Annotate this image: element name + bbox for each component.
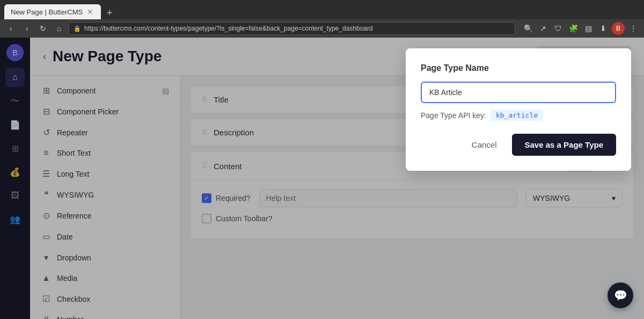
toolbar-icons: 🔍 ↗ 🛡 🧩 ▤ ⬇ B ⋮	[522, 22, 640, 35]
back-button[interactable]: ‹	[4, 22, 17, 35]
tab-close-button[interactable]: ✕	[87, 8, 93, 16]
browser-chrome: New Page | ButterCMS ✕ + ‹ › ↻ ⌂ 🔒 https…	[0, 0, 644, 38]
modal-panel: Page Type Name Page Type API key: kb_art…	[406, 48, 631, 171]
profile-avatar[interactable]: B	[612, 22, 625, 35]
chat-icon: 💬	[614, 289, 627, 302]
page-type-name-input[interactable]	[421, 82, 616, 103]
active-tab[interactable]: New Page | ButterCMS ✕	[4, 4, 101, 19]
browser-toolbar: ‹ › ↻ ⌂ 🔒 https://buttercms.com/content-…	[0, 19, 644, 38]
share-icon[interactable]: ↗	[537, 22, 550, 35]
modal-actions: Cancel Save as a Page Type	[421, 134, 616, 156]
home-button[interactable]: ⌂	[53, 22, 65, 35]
forward-button[interactable]: ›	[20, 22, 33, 35]
api-key-label: Page Type API key:	[421, 111, 486, 120]
api-key-badge: kb_article	[491, 110, 543, 121]
cancel-button[interactable]: Cancel	[463, 136, 506, 154]
sidebar-icon[interactable]: ▤	[582, 22, 595, 35]
lock-icon: 🔒	[74, 25, 81, 32]
save-page-type-button[interactable]: Save as a Page Type	[512, 134, 616, 156]
new-tab-button[interactable]: +	[103, 6, 116, 19]
search-icon[interactable]: 🔍	[522, 22, 535, 35]
menu-icon[interactable]: ⋮	[627, 22, 640, 35]
url-text: https://buttercms.com/content-types/page…	[84, 25, 510, 32]
tab-title: New Page | ButterCMS	[11, 8, 83, 16]
modal-title: Page Type Name	[421, 63, 616, 73]
extensions-icon[interactable]: 🧩	[567, 22, 580, 35]
reload-button[interactable]: ↻	[36, 22, 49, 35]
download-icon[interactable]: ⬇	[597, 22, 610, 35]
modal-overlay: Page Type Name Page Type API key: kb_art…	[0, 38, 644, 319]
modal-api-key-section: Page Type API key: kb_article	[421, 110, 616, 121]
chat-button[interactable]: 💬	[608, 282, 633, 308]
address-bar[interactable]: 🔒 https://buttercms.com/content-types/pa…	[69, 22, 515, 35]
shield-icon[interactable]: 🛡	[552, 22, 565, 35]
tab-bar: New Page | ButterCMS ✕ +	[0, 0, 644, 19]
